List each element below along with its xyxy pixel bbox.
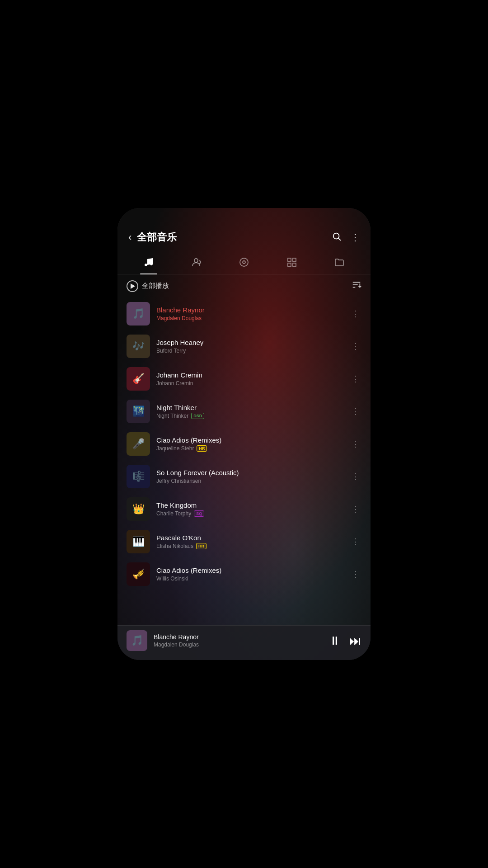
svg-point-0 xyxy=(333,233,339,239)
track-item[interactable]: 🎵Blanche RaynorMagdalen Douglas⋮ xyxy=(121,297,367,330)
track-more-icon[interactable]: ⋮ xyxy=(350,567,361,581)
track-title: Ciao Adios (Remixes) xyxy=(156,436,343,444)
track-thumbnail: 🎤 xyxy=(127,432,150,456)
track-more-icon[interactable]: ⋮ xyxy=(350,340,361,353)
track-subtitle: Buford Terry xyxy=(156,348,343,354)
track-thumbnail: 🎼 xyxy=(127,465,150,488)
track-thumbnail: 🌃 xyxy=(127,400,150,423)
track-more-icon[interactable]: ⋮ xyxy=(350,307,361,321)
next-track-button[interactable]: ⏭ xyxy=(349,633,361,648)
player-artist: Magdalen Douglas xyxy=(154,642,323,648)
track-item[interactable]: 🎺Ciao Adios (Remixes)Willis Osinski⋮ xyxy=(121,558,367,590)
player-info: Blanche Raynor Magdalen Douglas xyxy=(154,633,323,648)
bottom-player[interactable]: 🎵 Blanche Raynor Magdalen Douglas ⏸ ⏭ xyxy=(117,625,371,660)
track-title: Ciao Adios (Remixes) xyxy=(156,566,343,574)
track-artist: Night Thinker xyxy=(156,413,188,419)
track-more-icon[interactable]: ⋮ xyxy=(350,535,361,548)
play-all-button[interactable]: 全部播放 xyxy=(127,280,169,292)
player-controls: ⏸ ⏭ xyxy=(329,633,361,648)
tab-artists[interactable] xyxy=(185,253,207,274)
track-artist: Johann Cremin xyxy=(156,380,193,387)
track-artist: Elisha Nikolaus xyxy=(156,543,193,549)
track-title: The Kingdom xyxy=(156,501,343,509)
sort-icon[interactable] xyxy=(352,280,361,292)
track-subtitle: Charlie TorphySQ xyxy=(156,510,343,517)
track-artist: Jeffry Christiansen xyxy=(156,478,201,484)
play-all-label: 全部播放 xyxy=(142,282,169,290)
back-button[interactable]: ‹ xyxy=(128,231,131,243)
header: ‹ 全部音乐 ⋮ xyxy=(117,208,371,250)
track-thumbnail: 🎵 xyxy=(127,302,150,326)
tab-music[interactable] xyxy=(138,253,160,274)
player-title: Blanche Raynor xyxy=(154,633,323,641)
track-item[interactable]: 🎼So Long Forever (Acoustic)Jeffry Christ… xyxy=(121,460,367,493)
track-item[interactable]: 🎹Pascale O'KonElisha NikolausHR⋮ xyxy=(121,525,367,558)
toolbar: 全部播放 xyxy=(117,274,371,297)
svg-rect-5 xyxy=(288,258,291,261)
track-thumbnail: 🎹 xyxy=(127,530,150,553)
track-more-icon[interactable]: ⋮ xyxy=(350,470,361,483)
track-item[interactable]: 🎶Joseph HeaneyBuford Terry⋮ xyxy=(121,330,367,363)
track-info: Ciao Adios (Remixes)Willis Osinski xyxy=(156,566,343,582)
more-options-icon[interactable]: ⋮ xyxy=(351,232,360,243)
track-more-icon[interactable]: ⋮ xyxy=(350,372,361,386)
track-info: Johann CreminJohann Cremin xyxy=(156,371,343,387)
track-item[interactable]: 🎸Johann CreminJohann Cremin⋮ xyxy=(121,363,367,395)
track-subtitle: Jeffry Christiansen xyxy=(156,478,343,484)
albums-tab-icon xyxy=(239,257,249,270)
track-more-icon[interactable]: ⋮ xyxy=(350,405,361,418)
playlists-tab-icon xyxy=(286,257,297,270)
track-title: Night Thinker xyxy=(156,404,343,411)
svg-point-4 xyxy=(243,261,245,264)
track-item[interactable]: 🌃Night ThinkerNight ThinkerDSD⋮ xyxy=(121,395,367,428)
quality-badge: DSD xyxy=(191,413,204,419)
tab-folders[interactable] xyxy=(328,253,350,274)
svg-point-2 xyxy=(194,259,198,262)
track-info: Blanche RaynorMagdalen Douglas xyxy=(156,306,343,321)
tab-albums[interactable] xyxy=(233,253,255,274)
pause-button[interactable]: ⏸ xyxy=(329,634,341,648)
svg-rect-6 xyxy=(293,258,296,261)
track-title: So Long Forever (Acoustic) xyxy=(156,469,343,476)
track-subtitle: Jaqueline StehrHR xyxy=(156,445,343,452)
track-title: Joseph Heaney xyxy=(156,339,343,346)
header-actions: ⋮ xyxy=(332,231,360,244)
track-artist: Magdalen Douglas xyxy=(156,315,202,321)
folders-tab-icon xyxy=(334,257,345,270)
svg-point-3 xyxy=(240,258,248,266)
track-artist: Jaqueline Stehr xyxy=(156,445,194,452)
track-info: Pascale O'KonElisha NikolausHR xyxy=(156,534,343,549)
track-item[interactable]: 👑The KingdomCharlie TorphySQ⋮ xyxy=(121,493,367,525)
track-thumbnail: 👑 xyxy=(127,497,150,521)
track-subtitle: Willis Osinski xyxy=(156,576,343,582)
track-thumbnail: 🎶 xyxy=(127,335,150,358)
music-tab-icon xyxy=(143,257,154,270)
track-thumbnail: 🎺 xyxy=(127,562,150,586)
track-item[interactable]: 🎤Ciao Adios (Remixes)Jaqueline StehrHR⋮ xyxy=(121,428,367,460)
play-circle xyxy=(127,280,138,292)
svg-rect-8 xyxy=(293,263,296,266)
quality-badge: HR xyxy=(196,543,206,549)
track-subtitle: Magdalen Douglas xyxy=(156,315,343,321)
app-content: ‹ 全部音乐 ⋮ xyxy=(117,208,371,660)
phone-frame: ‹ 全部音乐 ⋮ xyxy=(117,208,371,660)
nav-tabs xyxy=(117,250,371,274)
svg-rect-7 xyxy=(288,263,291,266)
search-icon[interactable] xyxy=(332,231,342,244)
quality-badge: HR xyxy=(197,445,207,452)
quality-badge: SQ xyxy=(194,510,204,517)
track-info: The KingdomCharlie TorphySQ xyxy=(156,501,343,517)
track-artist: Buford Terry xyxy=(156,348,186,354)
track-title: Pascale O'Kon xyxy=(156,534,343,542)
player-thumbnail: 🎵 xyxy=(127,630,147,651)
artists-tab-icon xyxy=(191,257,202,270)
track-artist: Charlie Torphy xyxy=(156,510,191,517)
track-subtitle: Elisha NikolausHR xyxy=(156,543,343,549)
track-info: Ciao Adios (Remixes)Jaqueline StehrHR xyxy=(156,436,343,452)
track-info: So Long Forever (Acoustic)Jeffry Christi… xyxy=(156,469,343,484)
track-info: Joseph HeaneyBuford Terry xyxy=(156,339,343,354)
track-subtitle: Night ThinkerDSD xyxy=(156,413,343,419)
track-more-icon[interactable]: ⋮ xyxy=(350,437,361,451)
track-more-icon[interactable]: ⋮ xyxy=(350,502,361,516)
tab-playlists[interactable] xyxy=(281,253,303,274)
